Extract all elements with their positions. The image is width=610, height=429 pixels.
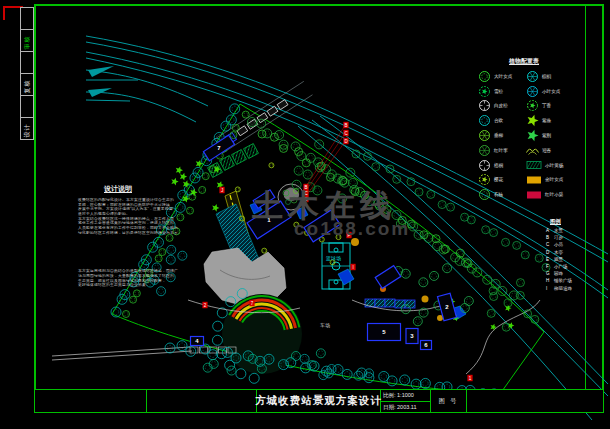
tree-symbol	[516, 291, 524, 299]
design-notes-title: 设计说明	[104, 184, 202, 194]
water-feature	[296, 207, 308, 219]
planting-bed	[395, 300, 405, 308]
plant-name: 棕榈	[542, 74, 551, 79]
svg-text:P: P	[347, 233, 350, 238]
key-legend-item: C小品	[546, 241, 590, 248]
tree-symbol	[464, 297, 473, 306]
key-legend-title: 图例	[550, 218, 590, 225]
key-legend-item: I柳荫道路	[546, 285, 590, 292]
tree-symbol	[303, 170, 312, 179]
key-name: 柳荫道路	[554, 286, 572, 291]
plant-symbol-icon	[526, 129, 539, 142]
key-legend-items: A水景B汀步C小品D木亭E观景F小广场G园路H铺装广场I柳荫道路	[546, 227, 590, 292]
key-legend-item: E观景	[546, 256, 590, 263]
key-name: 水景	[554, 228, 563, 233]
key-marker: D	[343, 138, 348, 144]
plant-name: 石楠	[494, 192, 503, 197]
tree-symbol	[123, 311, 130, 318]
plant-symbol-icon	[478, 114, 491, 127]
plan-label: 车场	[320, 322, 330, 329]
tree-symbol	[262, 248, 267, 253]
plant-name: 迎春	[542, 148, 551, 153]
building	[253, 190, 275, 208]
key-legend-item: G园路	[546, 270, 590, 277]
plant-legend-item: 紫荆	[526, 128, 584, 143]
plant-symbol-icon	[526, 114, 539, 127]
key-marker: 2	[202, 302, 207, 308]
tree-symbol	[420, 378, 430, 388]
building: 4	[191, 337, 204, 346]
key-code: B	[546, 235, 551, 240]
plant-symbol-icon	[526, 70, 539, 83]
drawing-title: 方城收费站景观方案设计	[257, 390, 381, 412]
key-marker: C	[303, 190, 308, 196]
tree-symbol	[130, 296, 137, 303]
key-name: 铺装广场	[554, 278, 572, 283]
tree-symbol	[392, 210, 401, 219]
plant-legend-item: 棕榈	[526, 69, 584, 84]
tree-symbol	[447, 203, 455, 211]
plant-symbol-icon	[526, 175, 542, 185]
tree-symbol	[302, 159, 310, 167]
tree-symbol	[177, 341, 187, 351]
key-code: H	[546, 278, 551, 283]
planting-bed	[385, 299, 395, 307]
tree-symbol	[235, 187, 240, 192]
key-name: 小广场	[554, 264, 568, 269]
plant-legend-item: 红叶小檗	[526, 187, 584, 202]
key-marker: 1	[467, 375, 472, 381]
design-notes-paragraph-2: 本方案运用规则与自然结合的造型表现站区特色，围绕广 场与周围绿地的衔接，大量配置…	[78, 269, 202, 288]
pergola-square	[244, 144, 259, 159]
key-name: 木亭	[554, 250, 563, 255]
plant-symbol-icon	[478, 159, 491, 172]
plant-legend-item: 合欢	[478, 113, 526, 128]
key-marker: D	[303, 196, 308, 202]
plan-label: 篮球场	[325, 255, 341, 262]
key-marker: J	[219, 187, 224, 193]
tree-symbol	[411, 379, 421, 389]
tree-symbol	[338, 194, 347, 203]
tree-symbol	[409, 222, 418, 231]
key-marker: C	[343, 130, 348, 136]
tree-symbol	[221, 121, 231, 131]
tree-symbol	[340, 178, 349, 187]
plant-name: 大叶女贞	[494, 74, 512, 79]
plant-legend-item: 樱花	[478, 173, 526, 188]
tree-symbol	[516, 279, 524, 287]
plant-legend-item: 紫薇	[526, 113, 584, 128]
tree-symbol	[336, 235, 341, 240]
scale-date-cell: 比例: 1:1000 日期: 2003.11	[381, 390, 431, 412]
tree-symbol	[269, 163, 274, 168]
tree-symbol	[313, 186, 322, 195]
key-code: I	[546, 286, 551, 291]
plant-legend-item: 大叶女贞	[478, 69, 526, 84]
plant-symbol-icon	[478, 70, 491, 83]
plant-legend-column-right: 棕榈小叶女贞丁香紫薇紫荆迎春小叶黄杨金叶女贞红叶小檗	[526, 69, 584, 202]
tree-symbol	[415, 188, 423, 196]
plant-legend-item: 小叶黄杨	[526, 158, 584, 173]
tree-symbol	[294, 222, 299, 227]
key-name: 汀步	[554, 235, 563, 240]
plant-symbol-icon	[478, 99, 491, 112]
tree-symbol	[365, 197, 374, 206]
plant-symbol-icon	[526, 144, 539, 157]
building: 5	[368, 324, 401, 341]
plant-name: 丁香	[542, 103, 551, 108]
key-name: 园路	[554, 271, 563, 276]
tree-symbol	[208, 350, 218, 360]
plant-name: 樱花	[494, 177, 503, 182]
key-marker: P	[346, 232, 351, 238]
plant-symbol-icon	[478, 85, 491, 98]
key-code: G	[546, 271, 551, 276]
plant-legend-item: 石楠	[478, 187, 526, 202]
tree-symbol	[300, 354, 309, 363]
tree-symbol	[413, 317, 422, 326]
design-notes-paragraph-1: 收费站区的内配绿化设计。本方案注重设计综合生态的 景观，匠心配置；同时在环境的自…	[78, 198, 202, 235]
tree-symbol	[327, 170, 336, 179]
svg-text:B: B	[344, 123, 347, 128]
plant-name: 合欢	[494, 118, 503, 123]
scale-label: 比例: 1:1000	[381, 390, 430, 402]
key-legend-item: D木亭	[546, 249, 590, 256]
tree-symbol	[133, 290, 140, 297]
key-marker: 7	[249, 300, 254, 306]
